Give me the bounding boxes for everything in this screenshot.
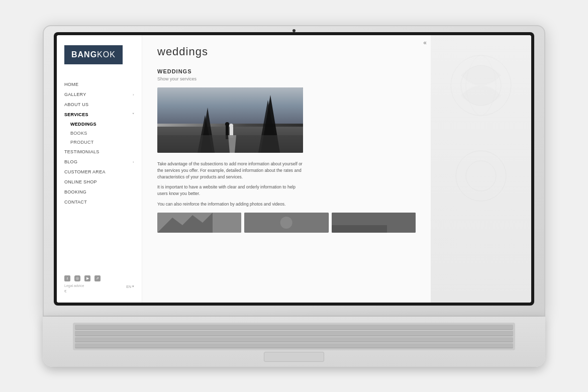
sidebar-footer: f ◎ ▶ ⇗ Legal advice EN ▾ € (57, 271, 142, 298)
key (75, 325, 513, 330)
key-row-3 (75, 337, 513, 342)
key (75, 337, 513, 342)
svg-point-13 (280, 217, 292, 229)
key-row-4 (75, 343, 513, 348)
scene-svg (157, 87, 303, 153)
svg-point-5 (225, 122, 229, 126)
nav-item-contact[interactable]: CONTACT (64, 197, 134, 207)
nav-item-gallery[interactable]: GALLERY › (64, 89, 134, 100)
touchpad (264, 352, 324, 362)
camera-icon (292, 29, 296, 32)
facebook-icon[interactable]: f (64, 275, 70, 281)
chevron-right-icon-blog: › (133, 160, 134, 164)
nav-sub-item-books[interactable]: BOOKS (64, 129, 134, 138)
thumbnail-2 (244, 213, 328, 233)
logo-bold: BANG (71, 50, 97, 59)
legal-link[interactable]: Legal advice (64, 284, 84, 287)
nav-sub-item-weddings[interactable]: WEDDINGS (64, 120, 134, 129)
keyboard-keys-area (73, 323, 515, 350)
thumbnail-3 (332, 213, 416, 233)
nav-item-customer[interactable]: CUSTOMER AREA (64, 167, 134, 177)
right-panel (431, 35, 531, 303)
chevron-right-icon: › (133, 92, 134, 97)
section-heading: WEDDINGS (157, 68, 416, 74)
logo[interactable]: BANG KOK (64, 45, 123, 64)
svg-point-7 (229, 124, 233, 128)
main-nav: HOME GALLERY › ABOUT US SERVICES ˅ (57, 79, 142, 271)
screen-bezel: BANG KOK HOME GALLERY › ABOUT (54, 32, 534, 306)
background-pattern (431, 35, 531, 286)
collapse-sidebar-button[interactable]: « (423, 39, 427, 46)
laptop-lid: BANG KOK HOME GALLERY › ABOUT (43, 25, 545, 317)
nav-item-services[interactable]: SERVICES ˅ (64, 110, 134, 120)
instagram-icon[interactable]: ◎ (74, 275, 80, 281)
body-text-1: Take advantage of the subsections to add… (157, 161, 303, 180)
hero-image-content (157, 87, 303, 153)
svg-point-19 (466, 161, 496, 191)
content-section: WEDDINGS Show your services (142, 63, 431, 238)
chevron-down-lang-icon: ▾ (132, 284, 134, 288)
thumb-svg-2 (244, 213, 328, 233)
sidebar: BANG KOK HOME GALLERY › ABOUT (57, 35, 142, 303)
svg-point-18 (456, 151, 506, 201)
chevron-down-icon: ˅ (132, 113, 134, 117)
svg-rect-15 (332, 225, 387, 233)
thumb-svg-3 (332, 213, 416, 233)
social-icons-group: f ◎ ▶ ⇗ (64, 275, 134, 281)
currency-symbol: € (64, 289, 134, 293)
nav-item-booking[interactable]: BOOKING (64, 187, 134, 197)
laptop-keyboard (43, 317, 545, 367)
footer-row: Legal advice EN ▾ (64, 284, 134, 289)
key-row-2 (75, 331, 513, 336)
page-title: weddings (142, 35, 431, 63)
section-subheading: Show your services (157, 76, 416, 81)
thumbnail-1 (157, 213, 241, 233)
nav-sub-item-product[interactable]: PRODUCT (64, 138, 134, 147)
screen: BANG KOK HOME GALLERY › ABOUT (57, 35, 531, 303)
share-icon[interactable]: ⇗ (94, 275, 101, 281)
nav-item-about[interactable]: ABOUT US (64, 100, 134, 110)
key (75, 331, 513, 336)
nav-item-testimonials[interactable]: TESTIMONIALS (64, 147, 134, 157)
key (75, 343, 513, 348)
key-row-1 (75, 325, 513, 330)
youtube-icon[interactable]: ▶ (84, 275, 90, 281)
thumb-svg-1 (157, 213, 241, 233)
main-content: « weddings WEDDINGS Show your services (142, 35, 431, 303)
logo-light: KOK (97, 50, 116, 59)
svg-rect-9 (157, 135, 303, 153)
language-selector[interactable]: EN ▾ (126, 284, 134, 288)
body-text-3: You can also reinforce the information b… (157, 201, 303, 208)
hero-image (157, 87, 303, 153)
logo-area: BANG KOK (57, 35, 142, 79)
bottom-thumbnails (157, 213, 416, 233)
nav-item-blog[interactable]: BLOG › (64, 157, 134, 167)
body-text-2: It is important to have a website with c… (157, 184, 303, 197)
nav-item-shop[interactable]: ONLINE SHOP (64, 177, 134, 187)
nav-item-home[interactable]: HOME (64, 79, 134, 89)
